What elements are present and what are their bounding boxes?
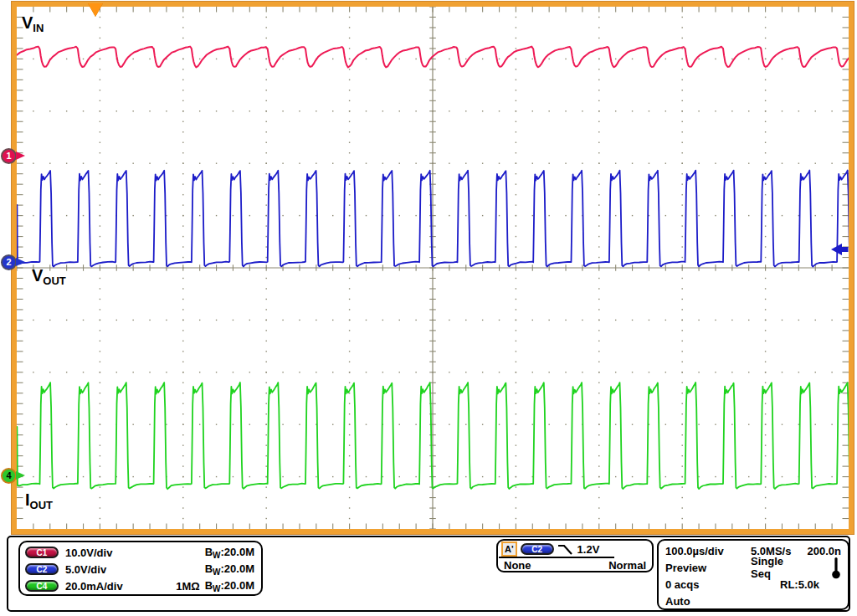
channel-marker-4[interactable]: 4 bbox=[1, 468, 17, 484]
trigger-state: Auto bbox=[665, 595, 751, 608]
waveform-display bbox=[17, 7, 849, 529]
channel-marker-arrow bbox=[16, 258, 25, 266]
channel-row-c2: C2 5.0V/div BW:20.0M bbox=[25, 561, 254, 578]
timebase-scale: 100.0µs/div bbox=[665, 545, 751, 557]
trigger-source-badge[interactable]: C2 bbox=[521, 543, 554, 555]
channel-scale-c4: 20.0mA/div bbox=[65, 580, 123, 593]
status-bar: C1 10.0V/div BW:20.0M C2 5.0V/div BW:20.… bbox=[7, 536, 850, 612]
channel-marker-1[interactable]: 1 bbox=[1, 148, 17, 164]
trigger-position-marker[interactable] bbox=[88, 3, 103, 17]
bandwidth-c4: BW:20.0M bbox=[205, 579, 254, 593]
channel-scale-c1: 10.0V/div bbox=[65, 547, 112, 559]
trigger-readout-box[interactable]: A' C2 1.2V None Normal bbox=[496, 539, 654, 572]
channel-row-c4: C4 20.0mA/div 1MΩ BW:20.0M bbox=[25, 578, 254, 594]
trigger-mode[interactable]: Normal bbox=[608, 559, 646, 572]
oscilloscope-screen: C1 10.0V/div BW:20.0M C2 5.0V/div BW:20.… bbox=[0, 0, 857, 616]
channel-marker-arrow bbox=[16, 471, 25, 480]
wave-label-vin: VIN bbox=[22, 13, 44, 34]
channel-scale-c2: 5.0V/div bbox=[65, 563, 106, 576]
falling-edge-icon bbox=[557, 543, 574, 556]
thermometer-icon bbox=[796, 557, 841, 579]
channel-marker-2[interactable]: 2 bbox=[1, 254, 17, 270]
acquisition-status: Preview bbox=[665, 562, 751, 574]
trigger-level-value: 1.2V bbox=[577, 543, 600, 556]
sample-resolution: 200.0n bbox=[796, 545, 841, 557]
channel-row-c1: C1 10.0V/div BW:20.0M bbox=[25, 544, 254, 561]
bandwidth-c2: BW:20.0M bbox=[205, 562, 254, 577]
trigger-level-arrow[interactable] bbox=[831, 244, 849, 255]
impedance-c4: 1MΩ bbox=[176, 580, 199, 593]
record-length: RL:5.0k bbox=[774, 578, 841, 591]
channel-badge-c4[interactable]: C4 bbox=[25, 580, 59, 592]
trigger-holdoff-mode[interactable]: None bbox=[504, 559, 531, 572]
channel-marker-arrow bbox=[16, 151, 25, 160]
divider bbox=[499, 557, 614, 558]
trigger-event-badge[interactable]: A' bbox=[501, 542, 517, 557]
channel-badge-c1[interactable]: C1 bbox=[25, 547, 59, 558]
horizontal-readout-box[interactable]: 100.0µs/div 5.0MS/s 200.0n Preview Singl… bbox=[657, 539, 849, 610]
channel-badge-c2[interactable]: C2 bbox=[25, 563, 59, 575]
bandwidth-c1: BW:20.0M bbox=[205, 546, 254, 560]
wave-label-vout: VOUT bbox=[32, 266, 66, 287]
channel-readout-box[interactable]: C1 10.0V/div BW:20.0M C2 5.0V/div BW:20.… bbox=[18, 541, 263, 596]
acquisition-mode: Single Seq bbox=[751, 555, 796, 580]
acquisition-count: 0 acqs bbox=[665, 578, 751, 591]
wave-label-iout: IOUT bbox=[25, 490, 53, 511]
